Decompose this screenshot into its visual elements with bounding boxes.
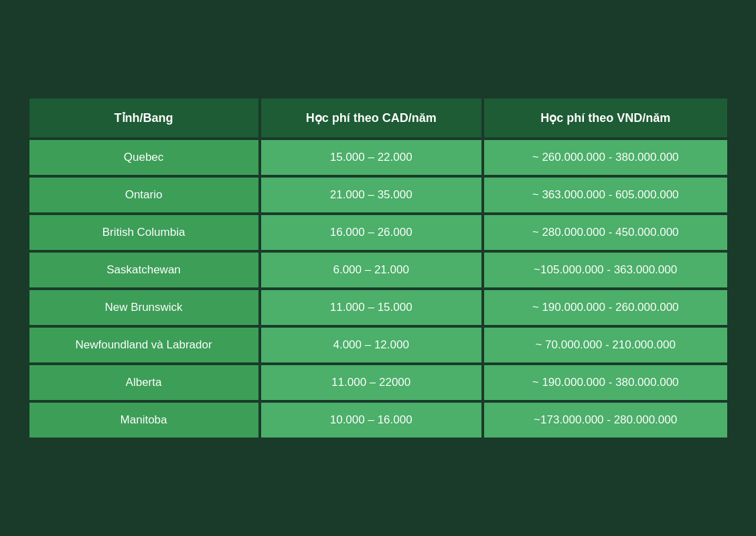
- cell-cad: 10.000 – 16.000: [261, 403, 481, 438]
- cell-vnd: ~173.000.000 - 280.000.000: [484, 403, 727, 438]
- cell-cad: 16.000 – 26.000: [261, 215, 481, 250]
- tuition-table: Tỉnh/Bang Học phí theo CAD/năm Học phí t…: [27, 96, 730, 440]
- cell-cad: 11.000 – 15.000: [261, 290, 481, 325]
- cell-province: Ontario: [29, 178, 258, 212]
- table-row: Saskatchewan6.000 – 21.000~105.000.000 -…: [29, 253, 727, 287]
- cell-cad: 4.000 – 12.000: [261, 328, 481, 362]
- table-row: Manitoba10.000 – 16.000~173.000.000 - 28…: [29, 403, 727, 438]
- cell-vnd: ~ 260.000.000 - 380.000.000: [484, 140, 727, 175]
- cell-cad: 15.000 – 22.000: [261, 140, 481, 175]
- cell-cad: 11.000 – 22000: [261, 365, 481, 400]
- header-vnd: Học phí theo VND/năm: [484, 98, 727, 137]
- cell-province: British Columbia: [29, 215, 258, 250]
- table-row: New Brunswick11.000 – 15.000~ 190.000.00…: [29, 290, 727, 325]
- cell-cad: 6.000 – 21.000: [261, 253, 481, 287]
- cell-province: Saskatchewan: [29, 253, 258, 287]
- table-row: Quebec15.000 – 22.000~ 260.000.000 - 380…: [29, 140, 727, 175]
- cell-vnd: ~ 363.000.000 - 605.000.000: [484, 178, 727, 212]
- cell-vnd: ~ 70.000.000 - 210.000.000: [484, 328, 727, 362]
- cell-province: Manitoba: [29, 403, 258, 438]
- cell-province: New Brunswick: [29, 290, 258, 325]
- cell-province: Newfoundland và Labrador: [29, 328, 258, 362]
- main-container: Tỉnh/Bang Học phí theo CAD/năm Học phí t…: [27, 96, 730, 440]
- table-row: Newfoundland và Labrador4.000 – 12.000~ …: [29, 328, 727, 362]
- table-row: British Columbia16.000 – 26.000~ 280.000…: [29, 215, 727, 250]
- table-header-row: Tỉnh/Bang Học phí theo CAD/năm Học phí t…: [29, 98, 727, 137]
- header-province: Tỉnh/Bang: [29, 98, 258, 137]
- header-cad: Học phí theo CAD/năm: [261, 98, 481, 137]
- cell-province: Alberta: [29, 365, 258, 400]
- table-row: Alberta11.000 – 22000~ 190.000.000 - 380…: [29, 365, 727, 400]
- cell-vnd: ~ 190.000.000 - 260.000.000: [484, 290, 727, 325]
- cell-vnd: ~105.000.000 - 363.000.000: [484, 253, 727, 287]
- table-row: Ontario21.000 – 35.000~ 363.000.000 - 60…: [29, 178, 727, 212]
- cell-province: Quebec: [29, 140, 258, 175]
- cell-vnd: ~ 280.000.000 - 450.000.000: [484, 215, 727, 250]
- cell-cad: 21.000 – 35.000: [261, 178, 481, 212]
- cell-vnd: ~ 190.000.000 - 380.000.000: [484, 365, 727, 400]
